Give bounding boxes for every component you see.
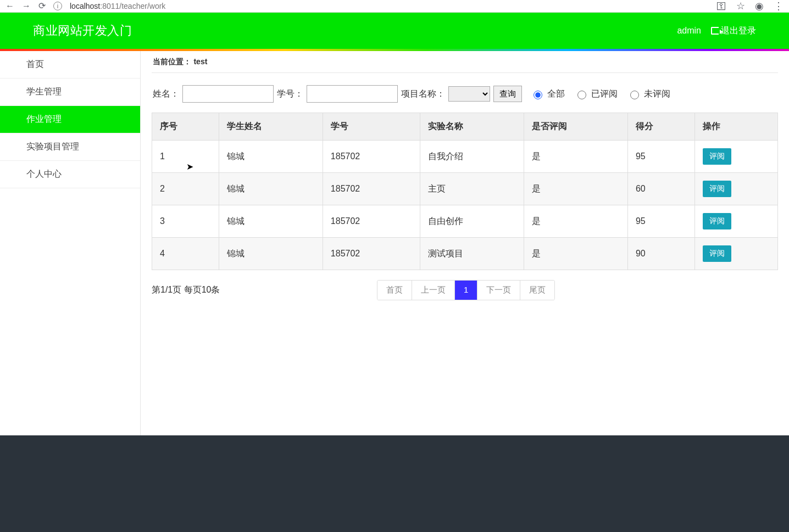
cell-rev: 是 bbox=[524, 205, 628, 238]
bookmark-icon[interactable]: ☆ bbox=[736, 0, 745, 12]
cell-exp: 自我介绍 bbox=[420, 141, 524, 173]
name-label: 姓名： bbox=[153, 88, 179, 100]
url-host: localhost bbox=[70, 2, 100, 10]
cell-score: 95 bbox=[627, 141, 694, 173]
filter-row: 姓名： 学号： 项目名称： 查询 全部 已评阅 未评阅 bbox=[152, 73, 778, 113]
search-button[interactable]: 查询 bbox=[493, 86, 522, 102]
cell-seq: 4 bbox=[152, 238, 219, 270]
radio-reviewed-label: 已评阅 bbox=[591, 88, 618, 100]
review-button[interactable]: 评阅 bbox=[703, 148, 731, 165]
forward-icon[interactable]: → bbox=[22, 2, 31, 10]
sidebar-item-home[interactable]: 首页 bbox=[0, 51, 140, 79]
name-input[interactable] bbox=[182, 85, 274, 103]
cell-rev: 是 bbox=[524, 238, 628, 270]
site-info-icon[interactable]: i bbox=[53, 2, 62, 10]
radio-unreviewed-input[interactable] bbox=[630, 91, 639, 99]
cell-seq: 2 bbox=[152, 173, 219, 205]
username-link[interactable]: admin bbox=[677, 26, 701, 36]
cell-sid: 185702 bbox=[323, 205, 420, 238]
th-seq: 序号 bbox=[152, 113, 219, 141]
review-button[interactable]: 评阅 bbox=[703, 181, 731, 197]
page-footer bbox=[0, 435, 789, 532]
review-button[interactable]: 评阅 bbox=[703, 213, 731, 229]
th-score: 得分 bbox=[627, 113, 694, 141]
radio-unreviewed-label: 未评阅 bbox=[644, 88, 670, 100]
review-button[interactable]: 评阅 bbox=[703, 245, 731, 262]
radio-unreviewed[interactable]: 未评阅 bbox=[627, 88, 670, 100]
radio-reviewed[interactable]: 已评阅 bbox=[575, 88, 618, 100]
th-rev: 是否评阅 bbox=[524, 113, 628, 141]
main-layout: 首页 学生管理 作业管理 实验项目管理 个人中心 当前位置： test 姓名： … bbox=[0, 51, 789, 435]
account-icon[interactable]: ◉ bbox=[755, 0, 764, 12]
pagination-row: 第1/1页 每页10条 首页 上一页 1 下一页 尾页 bbox=[152, 280, 778, 300]
cell-seq: 3 bbox=[152, 205, 219, 238]
app-header: 商业网站开发入门 admin 退出登录 bbox=[0, 13, 789, 49]
cell-rev: 是 bbox=[524, 173, 628, 205]
browser-chrome: ← → ⟳ i localhost:8011/teacher/work ⚿ ☆ … bbox=[0, 0, 789, 12]
homework-table: 序号 学生姓名 学号 实验名称 是否评阅 得分 操作 1 锦城 185702 自… bbox=[152, 113, 778, 270]
breadcrumb: 当前位置： test bbox=[152, 51, 778, 73]
cell-exp: 自由创作 bbox=[420, 205, 524, 238]
cell-exp: 主页 bbox=[420, 173, 524, 205]
th-op: 操作 bbox=[694, 113, 777, 141]
key-icon[interactable]: ⚿ bbox=[716, 1, 726, 12]
page-current[interactable]: 1 bbox=[455, 281, 477, 300]
cell-score: 60 bbox=[627, 173, 694, 205]
sidebar-item-projects[interactable]: 实验项目管理 bbox=[0, 133, 140, 161]
cell-score: 95 bbox=[627, 205, 694, 238]
cell-sid: 185702 bbox=[323, 173, 420, 205]
th-name: 学生姓名 bbox=[219, 113, 323, 141]
table-header-row: 序号 学生姓名 学号 实验名称 是否评阅 得分 操作 bbox=[152, 113, 778, 141]
url-rest: :8011/teacher/work bbox=[100, 2, 165, 10]
page-info: 第1/1页 每页10条 bbox=[152, 284, 220, 296]
project-label: 项目名称： bbox=[401, 88, 445, 100]
radio-reviewed-input[interactable] bbox=[577, 91, 586, 99]
page-last[interactable]: 尾页 bbox=[520, 281, 554, 300]
table-row: 3 锦城 185702 自由创作 是 95 评阅 bbox=[152, 205, 778, 238]
back-icon[interactable]: ← bbox=[5, 2, 14, 10]
breadcrumb-value: test bbox=[193, 57, 207, 66]
reload-icon[interactable]: ⟳ bbox=[38, 2, 46, 10]
breadcrumb-label: 当前位置： bbox=[153, 57, 191, 66]
cell-name: 锦城 bbox=[219, 205, 323, 238]
sid-input[interactable] bbox=[307, 85, 398, 103]
th-exp: 实验名称 bbox=[420, 113, 524, 141]
content-area: 当前位置： test 姓名： 学号： 项目名称： 查询 全部 已评阅 bbox=[141, 51, 789, 435]
cell-name: 锦城 bbox=[219, 238, 323, 270]
table-row: 4 锦城 185702 测试项目 是 90 评阅 bbox=[152, 238, 778, 270]
sidebar-item-profile[interactable]: 个人中心 bbox=[0, 161, 140, 188]
logout-label: 退出登录 bbox=[721, 26, 756, 35]
pager: 首页 上一页 1 下一页 尾页 bbox=[377, 280, 555, 300]
page-prev[interactable]: 上一页 bbox=[412, 281, 455, 300]
radio-all-label: 全部 bbox=[547, 88, 565, 100]
sid-label: 学号： bbox=[277, 88, 303, 100]
th-sid: 学号 bbox=[323, 113, 420, 141]
cell-rev: 是 bbox=[524, 141, 628, 173]
brand-title: 商业网站开发入门 bbox=[33, 23, 132, 39]
sidebar-item-homework[interactable]: 作业管理 bbox=[0, 106, 140, 133]
logout-icon bbox=[711, 27, 719, 35]
radio-all[interactable]: 全部 bbox=[531, 88, 565, 100]
logout-link[interactable]: 退出登录 bbox=[711, 25, 756, 37]
address-bar[interactable]: localhost:8011/teacher/work bbox=[70, 2, 165, 10]
cell-sid: 185702 bbox=[323, 238, 420, 270]
cell-name: 锦城 bbox=[219, 173, 323, 205]
sidebar: 首页 学生管理 作业管理 实验项目管理 个人中心 bbox=[0, 51, 141, 435]
menu-icon[interactable]: ⋮ bbox=[774, 0, 784, 12]
page-first[interactable]: 首页 bbox=[377, 281, 412, 300]
cell-sid: 185702 bbox=[323, 141, 420, 173]
filter-radio-group: 全部 已评阅 未评阅 bbox=[531, 88, 670, 100]
cell-seq: 1 bbox=[152, 141, 219, 173]
page-next[interactable]: 下一页 bbox=[477, 281, 520, 300]
table-row: 1 锦城 185702 自我介绍 是 95 评阅 bbox=[152, 141, 778, 173]
cell-score: 90 bbox=[627, 238, 694, 270]
cell-name: 锦城 bbox=[219, 141, 323, 173]
cell-exp: 测试项目 bbox=[420, 238, 524, 270]
project-select[interactable] bbox=[448, 86, 490, 102]
radio-all-input[interactable] bbox=[534, 91, 542, 99]
sidebar-item-students[interactable]: 学生管理 bbox=[0, 79, 140, 106]
table-row: 2 锦城 185702 主页 是 60 评阅 bbox=[152, 173, 778, 205]
